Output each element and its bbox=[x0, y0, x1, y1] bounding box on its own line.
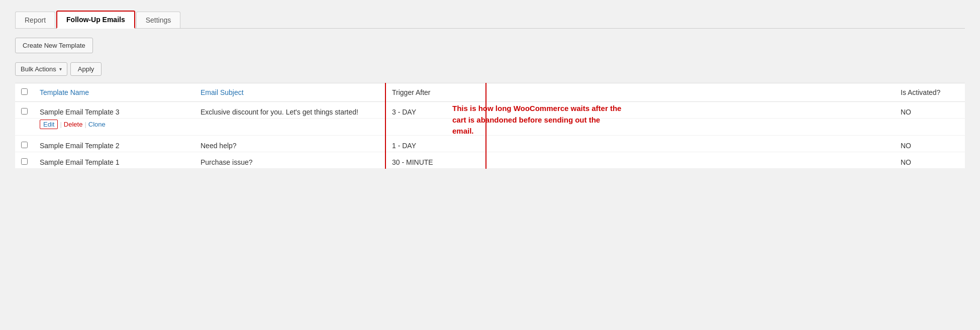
create-template-button[interactable]: Create New Template bbox=[15, 38, 93, 53]
is-activated-cell: NO bbox=[895, 136, 965, 152]
tabs-bar: Report Follow-Up Emails Settings bbox=[15, 10, 965, 29]
header-trigger-after: Trigger After bbox=[385, 83, 486, 102]
clone-link[interactable]: Clone bbox=[88, 121, 106, 128]
template-name-cell: Sample Email Template 2 bbox=[34, 136, 194, 152]
bulk-actions-select[interactable]: Bulk Actions ▾ bbox=[15, 62, 67, 76]
action-row-subject-spacer bbox=[194, 119, 385, 136]
delete-link[interactable]: Delete bbox=[64, 121, 83, 128]
row-actions: Edit|Delete|Clone bbox=[40, 120, 188, 129]
action-checkbox-spacer bbox=[15, 119, 34, 136]
tab-followup[interactable]: Follow-Up Emails bbox=[56, 11, 135, 29]
row-actions-cell: Edit|Delete|Clone bbox=[34, 119, 194, 136]
table-header-row: Template Name Email Subject Trigger Afte… bbox=[15, 83, 965, 102]
edit-link[interactable]: Edit bbox=[40, 120, 58, 129]
table-row: Sample Email Template 2Need help?1 - DAY… bbox=[15, 136, 965, 152]
email-subject-cell: Exclusive discount for you. Let's get th… bbox=[194, 102, 385, 119]
spacer-cell bbox=[486, 152, 895, 169]
email-subject-cell: Purchase issue? bbox=[194, 152, 385, 169]
apply-button[interactable]: Apply bbox=[70, 62, 102, 76]
trigger-after-cell: 1 - DAY bbox=[385, 136, 486, 152]
template-name-cell: Sample Email Template 3 bbox=[34, 102, 194, 119]
header-template-name[interactable]: Template Name bbox=[34, 83, 194, 102]
trigger-after-cell: 30 - MINUTE bbox=[385, 152, 486, 169]
bulk-actions-label: Bulk Actions bbox=[21, 65, 56, 73]
tab-report[interactable]: Report bbox=[15, 12, 55, 28]
header-checkbox[interactable] bbox=[15, 83, 34, 102]
bulk-actions-arrow: ▾ bbox=[59, 66, 62, 72]
select-all-checkbox[interactable] bbox=[21, 88, 28, 95]
tab-settings[interactable]: Settings bbox=[136, 12, 181, 28]
action-row-activated-spacer bbox=[895, 119, 965, 136]
row-checkbox-3[interactable] bbox=[21, 158, 28, 165]
main-content: Create New Template This is how long Woo… bbox=[15, 38, 965, 169]
is-activated-cell: NO bbox=[895, 102, 965, 119]
spacer-cell bbox=[486, 136, 895, 152]
action-separator: | bbox=[60, 121, 61, 128]
is-activated-cell: NO bbox=[895, 152, 965, 169]
template-name-cell: Sample Email Template 1 bbox=[34, 152, 194, 169]
row-checkbox-2[interactable] bbox=[21, 142, 28, 148]
header-is-activated: Is Activated? bbox=[895, 83, 965, 102]
tooltip-annotation: This is how long WooCommerce waits after… bbox=[452, 103, 623, 137]
header-spacer bbox=[486, 83, 895, 102]
header-email-subject[interactable]: Email Subject bbox=[194, 83, 385, 102]
bulk-actions-row: Bulk Actions ▾ Apply bbox=[15, 62, 965, 76]
row-checkbox-1[interactable] bbox=[21, 108, 28, 115]
table-row: Sample Email Template 1Purchase issue?30… bbox=[15, 152, 965, 169]
action-separator: | bbox=[84, 121, 86, 128]
email-subject-cell: Need help? bbox=[194, 136, 385, 152]
